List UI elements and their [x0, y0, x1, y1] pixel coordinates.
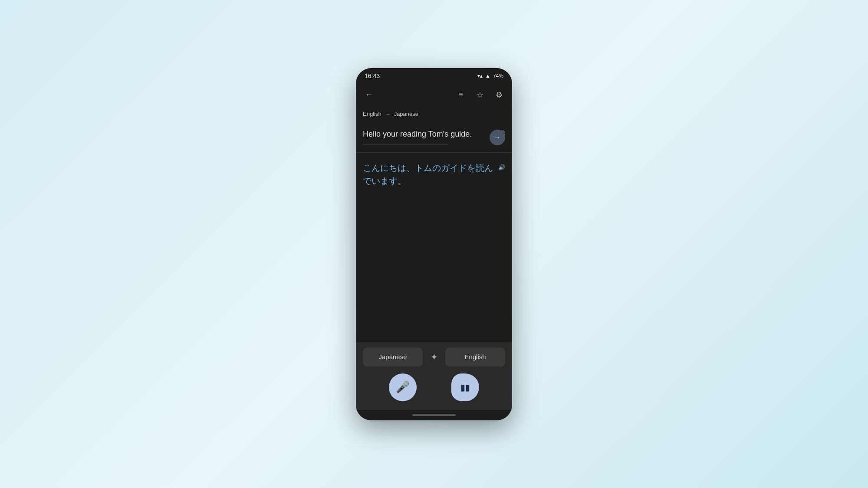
swap-language-button[interactable]: ✦ [426, 349, 442, 365]
translation-area: Hello your reading Tom's guide. 🔊 → こんにち… [356, 122, 512, 342]
english-language-button[interactable]: English [445, 347, 505, 367]
status-time: 16:43 [365, 72, 380, 79]
target-text-container: こんにちは、トムのガイドを読んでいます。 🔊 [363, 161, 505, 187]
swap-icon: ✦ [431, 352, 438, 362]
microphone-button[interactable]: 🎤 [389, 373, 417, 401]
history-button[interactable]: ≡ [455, 89, 467, 101]
action-row: 🎤 ▮▮ [363, 373, 505, 401]
back-button[interactable]: ← [363, 89, 375, 101]
bottom-panel: Japanese ✦ English 🎤 ▮▮ [356, 342, 512, 410]
bookmark-button[interactable]: ☆ [474, 89, 486, 101]
top-bar: ← ≡ ☆ ⚙ [356, 84, 512, 106]
target-sound-icon[interactable]: 🔊 [498, 163, 505, 172]
home-bar [412, 414, 456, 416]
status-bar: 16:43 ▾▴ ▲ 74% [356, 68, 512, 84]
settings-button[interactable]: ⚙ [493, 89, 505, 101]
target-language-label[interactable]: Japanese [394, 111, 418, 117]
source-language-label[interactable]: English [363, 111, 381, 117]
top-bar-icons: ≡ ☆ ⚙ [455, 89, 505, 101]
language-selector: English → Japanese [356, 106, 512, 122]
target-section: こんにちは、トムのガイドを読んでいます。 🔊 [356, 153, 512, 342]
microphone-icon: 🎤 [396, 380, 410, 394]
source-text-container: Hello your reading Tom's guide. 🔊 [363, 129, 505, 140]
target-text: こんにちは、トムのガイドを読んでいます。 [363, 161, 496, 187]
language-switch-row: Japanese ✦ English [363, 347, 505, 367]
wifi-icon: ▾▴ [477, 73, 483, 79]
battery-text: 74% [493, 73, 503, 79]
status-icons: ▾▴ ▲ 74% [477, 73, 503, 79]
source-text: Hello your reading Tom's guide. [363, 129, 495, 140]
pause-button[interactable]: ▮▮ [451, 373, 479, 401]
japanese-language-button[interactable]: Japanese [363, 347, 423, 367]
submit-button[interactable]: → [490, 130, 505, 145]
language-direction-arrow: → [385, 111, 391, 117]
signal-icon: ▲ [485, 73, 490, 79]
source-underline [363, 144, 448, 144]
home-indicator [356, 410, 512, 420]
source-section: Hello your reading Tom's guide. 🔊 → [356, 122, 512, 153]
phone-frame: 16:43 ▾▴ ▲ 74% ← ≡ ☆ ⚙ English → Japanes… [356, 68, 512, 420]
pause-icon: ▮▮ [460, 382, 470, 393]
